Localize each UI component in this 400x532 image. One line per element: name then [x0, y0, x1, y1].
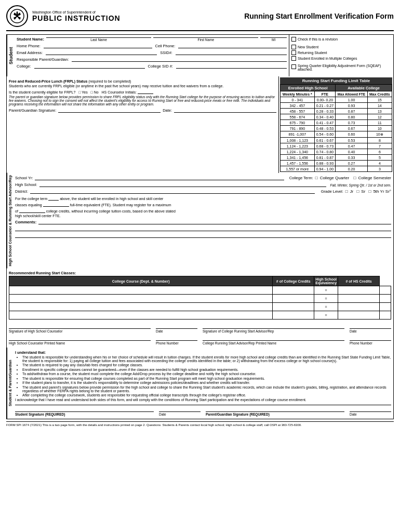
hs-counselor-initials-input[interactable] [138, 89, 153, 94]
school-yr-input[interactable] [35, 175, 284, 180]
cell-phone-input[interactable] [178, 43, 287, 48]
header: Washington Office of Superintendent of P… [6, 5, 394, 31]
guardian-content: I understand that: The student is respon… [13, 348, 393, 419]
new-student-row: New Student [291, 45, 391, 49]
guardian-bullets-list: The student is responsible for understan… [15, 355, 391, 397]
new-student-checkbox[interactable] [291, 45, 296, 49]
jr-label: Jr [350, 189, 354, 194]
fte-cell: 0.34 - 0.40 [314, 114, 336, 120]
returning-checkbox[interactable] [291, 50, 296, 55]
comments-input[interactable] [38, 219, 391, 224]
term-superscript-input[interactable] [48, 195, 59, 201]
course-cell[interactable] [9, 303, 273, 311]
hs-equiv-cell[interactable] [338, 295, 380, 303]
max-fte-cell: 0.80 [336, 114, 368, 120]
funding-table-row: 891 -1,007 0.54 - 0.60 0.60 10⊗ [281, 131, 392, 138]
hs-credits-cell[interactable] [380, 303, 391, 311]
credits-cell[interactable] [273, 303, 314, 311]
frpl-title: Free and Reduced-Price Lunch (FRPL) Stat… [9, 79, 87, 83]
credits-cell[interactable] [273, 311, 314, 320]
home-phone-input[interactable] [44, 43, 152, 48]
guardian-date2-label: Date [350, 413, 357, 416]
multiple-colleges-label: Student Enrolled in Multiple Colleges [298, 57, 357, 60]
phone2-input[interactable] [350, 336, 391, 341]
multiple-colleges-checkbox[interactable] [291, 56, 296, 61]
hs-equiv-cell[interactable] [338, 286, 380, 295]
hs-equiv-cell[interactable] [338, 311, 380, 320]
ssid-input[interactable] [176, 50, 287, 55]
parent-sig-req-input[interactable] [206, 407, 344, 412]
district-input[interactable] [30, 189, 315, 194]
spring-row: Spring Quarter Eligibility Adjustment Fo… [291, 64, 391, 71]
high-school-input[interactable] [39, 182, 326, 187]
hs-credits-cell[interactable] [380, 311, 391, 320]
classes-table-row: = [9, 311, 391, 320]
revision-checkbox[interactable] [291, 37, 296, 42]
college-advisor-printed-field: College Running Start Advisor/Rep Printe… [203, 336, 344, 345]
guardian-bullet: To add/withdraw from a course, the stude… [22, 372, 391, 376]
returning-label: Returning Student [298, 51, 327, 55]
hs-counselor-sig-input[interactable] [9, 324, 151, 329]
new-student-label: New Student [298, 45, 318, 49]
hs-credits-cell[interactable] [380, 286, 391, 295]
guardian-bullet: The student and parent's signatures belo… [22, 385, 391, 393]
agency-name: Washington Office of Superintendent of P… [32, 10, 121, 22]
max-fte-cell: 0.27 [336, 161, 368, 166]
frpl-content: Free and Reduced-Price Lunch (FRPL) Stat… [7, 76, 278, 115]
college-advisor-sig-input[interactable] [203, 324, 344, 329]
enrolled-hs-header: Enrolled High School [281, 85, 336, 91]
checkboxes-panel: Check if this is a revision New Student … [289, 35, 393, 76]
hs-credits-cell[interactable] [380, 295, 391, 303]
course-cell[interactable] [9, 286, 273, 295]
max-credits-cell: 12 [367, 114, 392, 120]
college-advisor-printed-label: College Running Start Advisor/Rep Printe… [203, 341, 276, 345]
advisor-outer: High School Counselor & Running Start Ad… [6, 173, 394, 269]
guardian-date2-input[interactable] [350, 407, 391, 412]
credits-cell[interactable] [273, 295, 314, 303]
max-credits-cell: 3 [367, 166, 392, 172]
max-credits-cell: 5 [367, 155, 392, 161]
guardian-date1-label: Date [159, 413, 166, 416]
home-phone-label: Home Phone: [17, 44, 41, 48]
college-input[interactable] [34, 63, 145, 69]
student-checkboxes-row: Student Student Name: Last Name First Na… [6, 34, 394, 76]
equals-cell: = [314, 303, 338, 311]
college-sid-input[interactable] [176, 63, 287, 69]
advisor-content: School Yr: College Term: □ College Quart… [13, 173, 393, 269]
hs-equiv-cell[interactable] [338, 303, 380, 311]
returning-row: Returning Student [291, 50, 391, 55]
guardian-date1-field: Date [159, 407, 201, 417]
hs-counselor-printed-input[interactable] [9, 336, 151, 341]
comments-line3[interactable] [15, 233, 391, 238]
parent-input[interactable] [72, 57, 287, 62]
credits-cell[interactable] [273, 286, 314, 295]
parent-sig-input[interactable] [58, 108, 161, 113]
fte-value-input[interactable] [43, 202, 69, 207]
date2-input[interactable] [350, 324, 391, 329]
form-title: Running Start Enrollment Verification Fo… [244, 12, 394, 20]
date1-input[interactable] [156, 324, 197, 329]
equals-cell: = [314, 311, 338, 320]
frpl-date-input[interactable] [174, 108, 276, 113]
ssid-label: SSID#: [160, 50, 172, 55]
student-label: Student [7, 35, 15, 76]
first-name-label: First Name [153, 38, 258, 42]
spring-checkbox[interactable] [291, 64, 296, 69]
credits-value-input[interactable] [19, 208, 45, 213]
funding-table-row: 1,557 or more 0.94 - 1.00 0.20 3 [281, 166, 392, 172]
frpl-italic: The parent or guardian signature below p… [9, 95, 276, 106]
comments-line2[interactable] [15, 226, 391, 231]
max-fte-cell: 0.40 [336, 149, 368, 155]
student-sig-input[interactable] [15, 407, 154, 412]
col3-header: High School Equivalency [314, 276, 338, 286]
course-cell[interactable] [9, 295, 273, 303]
college-advisor-printed-input[interactable] [203, 336, 344, 341]
date1-label: Date [156, 329, 163, 333]
funding-table-row: 1,224 - 1,340 0.74 - 0.80 0.40 6 [281, 149, 392, 155]
revision-label: Check if this is a revision [298, 37, 338, 41]
phone1-input[interactable] [156, 336, 197, 341]
phone2-field: Phone Number [350, 336, 391, 345]
email-input[interactable] [46, 50, 157, 55]
course-cell[interactable] [9, 311, 273, 320]
guardian-date1-input[interactable] [159, 407, 201, 412]
